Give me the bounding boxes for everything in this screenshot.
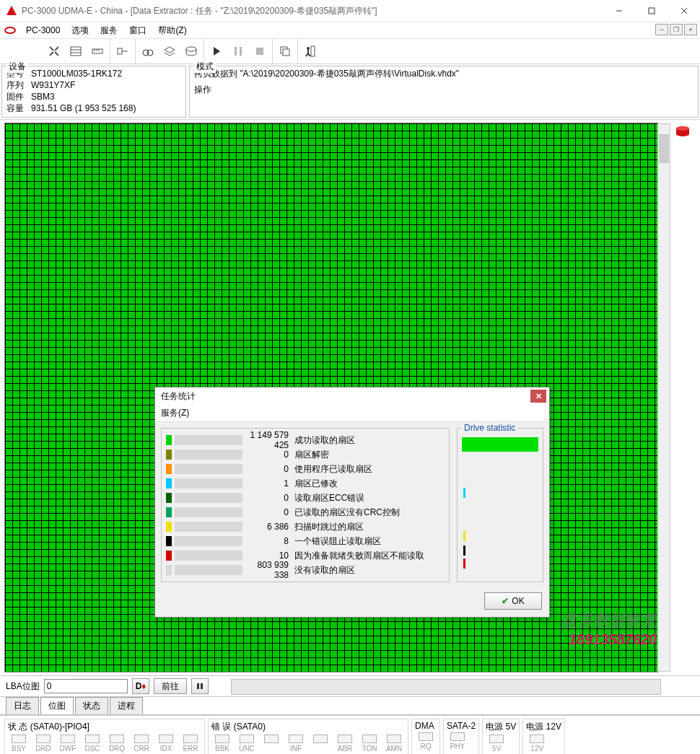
status-group: DMARQ bbox=[411, 719, 440, 754]
close-button[interactable] bbox=[668, 0, 700, 22]
stat-swatch bbox=[166, 478, 172, 488]
led-IDX: IDX bbox=[155, 735, 177, 753]
device-serial: W931Y7XF bbox=[31, 79, 181, 91]
mode-info: 模式 拷贝数据到 "A:\2019\20200309-希捷035敲两声停转\Vi… bbox=[189, 66, 699, 118]
lba-input[interactable] bbox=[44, 679, 128, 693]
device-info: 设备 型号ST1000LM035-1RK172 序列W931Y7XF 固件SBM… bbox=[1, 66, 186, 118]
svg-line-29 bbox=[308, 53, 310, 56]
led-RQ: RQ bbox=[415, 732, 437, 750]
stat-swatch bbox=[166, 536, 172, 546]
dialog-close-button[interactable]: ✕ bbox=[530, 390, 546, 403]
progress-bar bbox=[231, 679, 661, 695]
tab-status[interactable]: 状态 bbox=[75, 697, 108, 714]
tab-bitmap[interactable]: 位图 bbox=[40, 697, 74, 714]
tab-process[interactable]: 进程 bbox=[110, 697, 143, 714]
stat-row: 0 已读取的扇区没有CRC控制 bbox=[166, 505, 445, 520]
led-DWF: DWF bbox=[57, 735, 79, 753]
stat-value: 0 bbox=[245, 507, 292, 517]
led-DSC: DSC bbox=[82, 735, 103, 753]
menu-help[interactable]: 帮助(Z) bbox=[152, 22, 192, 38]
bottom-tabs: 日志 位图 状态 进程 bbox=[0, 697, 700, 715]
lba-mode-button[interactable]: D♦ bbox=[132, 678, 150, 694]
svg-rect-2 bbox=[649, 8, 655, 14]
maximize-button[interactable] bbox=[635, 0, 668, 22]
operation-header: 操作 bbox=[194, 84, 694, 95]
mdi-minimize-button[interactable]: – bbox=[655, 24, 668, 35]
svg-rect-13 bbox=[118, 48, 122, 54]
minimize-button[interactable] bbox=[603, 0, 635, 22]
app-icon bbox=[6, 5, 17, 17]
stat-swatch bbox=[166, 522, 172, 532]
mdi-close-button[interactable]: × bbox=[684, 24, 697, 35]
stack-icon[interactable] bbox=[162, 43, 178, 59]
check-icon: ✔ bbox=[502, 596, 509, 606]
stat-label: 已读取的扇区没有CRC控制 bbox=[294, 507, 445, 519]
pause-small-button[interactable] bbox=[191, 678, 209, 694]
disk-icon[interactable] bbox=[183, 43, 199, 59]
led-12V: 12V bbox=[526, 735, 548, 753]
mdi-restore-button[interactable]: ❐ bbox=[670, 24, 683, 35]
status-group-header: 错 误 (SATA0) bbox=[211, 721, 405, 733]
led-CRR: CRR bbox=[131, 735, 152, 753]
play-icon[interactable] bbox=[209, 43, 224, 59]
stat-row: 1 扇区已修改 bbox=[166, 476, 445, 491]
pause-icon[interactable] bbox=[230, 43, 246, 59]
stop-icon[interactable] bbox=[252, 43, 268, 59]
go-button[interactable]: 前往 bbox=[154, 678, 187, 694]
svg-marker-19 bbox=[214, 47, 220, 56]
exit-icon[interactable] bbox=[302, 43, 318, 59]
work-area: 盘首数据恢复 18913587620 任务统计 ✕ 服务(Z) 1 149 57… bbox=[0, 120, 700, 676]
menu-app[interactable]: PC-3000 bbox=[20, 22, 66, 38]
window-title: PC-3000 UDMA-E - China - [Data Extractor… bbox=[22, 5, 603, 17]
connector-icon[interactable] bbox=[115, 43, 131, 59]
stat-bar bbox=[175, 435, 242, 445]
lba-label: LBA位图 bbox=[6, 680, 40, 693]
stat-swatch bbox=[166, 435, 172, 445]
menu-window[interactable]: 窗口 bbox=[123, 22, 152, 38]
menu-services[interactable]: 服务 bbox=[95, 22, 123, 38]
info-bar: 设备 型号ST1000LM035-1RK172 序列W931Y7XF 固件SBM… bbox=[0, 64, 700, 120]
stat-swatch bbox=[166, 464, 172, 474]
led-DRD: DRD bbox=[32, 735, 54, 753]
led-INF: INF bbox=[285, 735, 307, 753]
menu-bar: PC-3000 选项 服务 窗口 帮助(Z) – ❐ × bbox=[0, 22, 700, 39]
stat-row: 0 读取扇区ECC错误 bbox=[166, 491, 445, 505]
svg-rect-6 bbox=[71, 47, 81, 56]
dialog-menu-services[interactable]: 服务(Z) bbox=[155, 405, 549, 422]
binoculars-icon[interactable] bbox=[140, 43, 156, 59]
status-group-header: DMA bbox=[415, 721, 437, 731]
stat-bar bbox=[175, 450, 242, 460]
tools-icon[interactable] bbox=[46, 43, 62, 59]
stat-label: 扇区已修改 bbox=[294, 478, 445, 490]
ruler-icon[interactable] bbox=[89, 43, 105, 59]
svg-point-26 bbox=[307, 47, 310, 50]
right-toolbar bbox=[668, 120, 697, 675]
drive-stack-icon[interactable] bbox=[673, 123, 692, 141]
svg-marker-0 bbox=[6, 6, 17, 15]
stat-bar bbox=[175, 493, 242, 503]
copy-icon[interactable] bbox=[277, 43, 293, 59]
svg-rect-32 bbox=[197, 683, 199, 689]
stat-swatch bbox=[166, 551, 172, 561]
svg-point-18 bbox=[186, 47, 196, 51]
status-group-header: 电源 5V bbox=[486, 721, 516, 733]
status-group-header: SATA-2 bbox=[447, 721, 476, 731]
svg-rect-21 bbox=[240, 47, 242, 56]
tab-log[interactable]: 日志 bbox=[6, 697, 39, 714]
stat-bar bbox=[175, 522, 242, 532]
led-blank bbox=[310, 735, 331, 753]
device-header: 设备 bbox=[6, 61, 28, 73]
map-icon[interactable] bbox=[68, 43, 84, 59]
device-capacity: 931.51 GB (1 953 525 168) bbox=[31, 102, 181, 114]
svg-point-31 bbox=[676, 126, 689, 131]
led-DRQ: DRQ bbox=[106, 735, 128, 753]
stat-value: 6 386 bbox=[245, 522, 292, 532]
stat-value: 803 939 338 bbox=[245, 560, 292, 580]
led-ABR: ABR bbox=[334, 735, 356, 753]
stat-label: 一个错误阻止读取扇区 bbox=[294, 535, 445, 548]
ok-button[interactable]: ✔OK bbox=[484, 592, 542, 610]
stat-bar bbox=[175, 551, 242, 561]
menu-options[interactable]: 选项 bbox=[66, 22, 95, 38]
stat-row: 803 939 338 没有读取的扇区 bbox=[166, 563, 445, 577]
dialog-title: 任务统计 bbox=[161, 390, 530, 403]
